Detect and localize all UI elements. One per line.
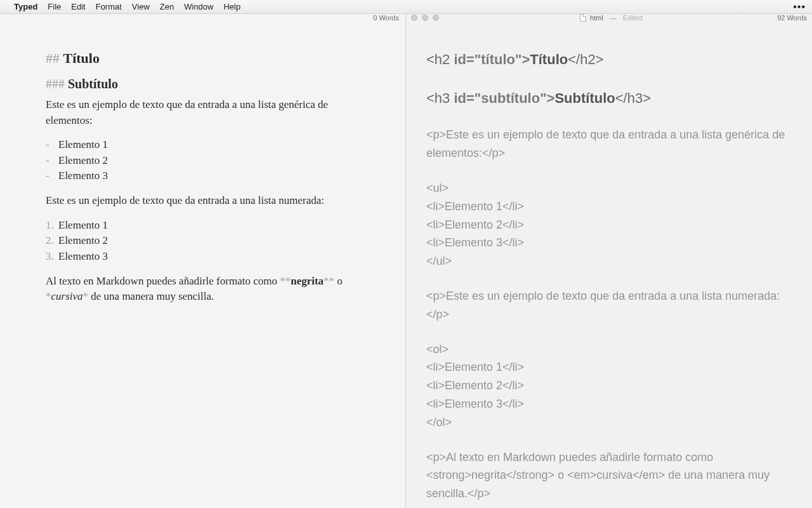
bullet-marker: - <box>46 137 55 153</box>
menu-zen[interactable]: Zen <box>160 2 174 11</box>
code-line: <h3 id="subtítulo">Subtítulo</h3> <box>426 87 799 109</box>
code-line: </ul> <box>426 252 799 271</box>
code-line: <li>Elemento 1</li> <box>426 197 799 216</box>
workspace: 0 Words ## Título ### Subtítulo Este es … <box>0 14 812 508</box>
bold-text: negrita <box>291 275 324 287</box>
list-item: 3.Elemento 3 <box>46 249 367 265</box>
title-separator: — <box>610 14 617 22</box>
number-marker: 2. <box>46 233 55 249</box>
list-item-text: Elemento 3 <box>58 168 108 184</box>
html-pane: html — Edited 92 Words <h2 id="título">T… <box>406 14 812 508</box>
code-blank <box>426 70 799 87</box>
code-attr: id="subtítulo"> <box>454 90 554 106</box>
list-item: 1.Elemento 1 <box>46 218 367 234</box>
code-line: <li>Elemento 1</li> <box>426 358 799 377</box>
code-text: Subtítulo <box>554 90 615 106</box>
document-icon <box>580 14 586 22</box>
zoom-icon[interactable] <box>433 15 439 21</box>
md-para2: Este es un ejemplo de texto que da entra… <box>46 193 367 209</box>
code-line: <p>Este es un ejemplo de texto que da en… <box>426 287 799 324</box>
italic-marker-close: * <box>83 290 89 302</box>
code-line: <li>Elemento 2</li> <box>426 377 799 395</box>
code-line: <ol> <box>426 340 799 359</box>
list-item: -Elemento 3 <box>46 168 367 184</box>
menu-file[interactable]: File <box>48 2 61 11</box>
menu-window[interactable]: Window <box>184 2 213 11</box>
bold-marker-open: ** <box>280 275 291 287</box>
code-tag: <h3 <box>426 90 454 106</box>
code-line: <li>Elemento 3</li> <box>426 234 799 252</box>
number-marker: 3. <box>46 249 55 265</box>
md-para3-mid: o <box>334 275 343 287</box>
list-item-text: Elemento 2 <box>58 153 108 169</box>
traffic-lights <box>411 15 439 21</box>
bold-marker-close: ** <box>324 275 334 287</box>
menubar-overflow-icon[interactable]: ••• <box>793 1 806 13</box>
md-ordered-list: 1.Elemento 1 2.Elemento 2 3.Elemento 3 <box>46 218 367 265</box>
code-blank <box>426 432 799 448</box>
list-item-text: Elemento 2 <box>58 233 108 249</box>
menu-format[interactable]: Format <box>96 2 122 11</box>
md-para3-post: de una manera muy sencilla. <box>88 290 214 302</box>
italic-marker-open: * <box>46 290 51 302</box>
close-icon[interactable] <box>411 15 417 21</box>
bullet-marker: - <box>46 168 55 184</box>
menubar: Typed File Edit Format View Zen Window H… <box>0 0 812 14</box>
left-word-count: 0 Words <box>373 14 399 22</box>
md-h2-text: Título <box>63 50 100 66</box>
md-h2-marker: ## <box>46 50 63 66</box>
md-bullet-list: -Elemento 1 -Elemento 2 -Elemento 3 <box>46 137 367 184</box>
menu-edit[interactable]: Edit <box>71 2 85 11</box>
code-line: </ol> <box>426 413 799 432</box>
md-para1: Este es un ejemplo de texto que da entra… <box>46 97 367 128</box>
code-attr: id="título"> <box>454 51 530 67</box>
code-tag: <h2 <box>426 51 454 67</box>
editor-statusbar: 0 Words <box>0 14 405 23</box>
menu-typed[interactable]: Typed <box>14 2 37 11</box>
list-item-text: Elemento 3 <box>58 249 108 265</box>
italic-text: cursiva <box>51 290 83 302</box>
code-line: <h2 id="título">Título</h2> <box>426 48 799 70</box>
code-line: <li>Elemento 3</li> <box>426 395 799 413</box>
editor-pane: 0 Words ## Título ### Subtítulo Este es … <box>0 14 406 508</box>
number-marker: 1. <box>46 218 55 234</box>
code-tag: </h2> <box>568 51 603 67</box>
list-item: -Elemento 1 <box>46 137 367 153</box>
code-blank <box>426 271 799 287</box>
md-h3: ### Subtítulo <box>46 75 367 93</box>
html-output[interactable]: <h2 id="título">Título</h2> <h3 id="subt… <box>406 23 812 508</box>
list-item: 2.Elemento 2 <box>46 233 367 249</box>
code-text: Título <box>530 51 568 67</box>
document-title: html <box>590 14 603 22</box>
code-blank <box>426 324 799 340</box>
bullet-marker: - <box>46 153 55 169</box>
code-blank <box>426 163 799 179</box>
code-line: <li>Elemento 2</li> <box>426 216 799 234</box>
md-para3-pre: Al texto en Markdown puedes añadirle for… <box>46 275 280 287</box>
minimize-icon[interactable] <box>422 15 428 21</box>
list-item: -Elemento 2 <box>46 153 367 169</box>
md-para3: Al texto en Markdown puedes añadirle for… <box>46 274 367 305</box>
titlebar: html — Edited 92 Words <box>406 14 812 23</box>
list-item-text: Elemento 1 <box>58 137 108 153</box>
edited-label: Edited <box>623 14 643 22</box>
code-blank <box>426 109 799 126</box>
menu-help[interactable]: Help <box>223 2 240 11</box>
menu-view[interactable]: View <box>132 2 150 11</box>
code-line: <p>Este es un ejemplo de texto que da en… <box>426 126 799 163</box>
md-h2: ## Título <box>46 48 367 69</box>
code-line: <ul> <box>426 179 799 197</box>
md-h3-marker: ### <box>46 77 68 91</box>
md-h3-text: Subtítulo <box>68 77 118 91</box>
right-word-count: 92 Words <box>777 14 807 22</box>
list-item-text: Elemento 1 <box>58 218 108 234</box>
code-line: <p>Al texto en Markdown puedes añadirle … <box>426 448 799 503</box>
markdown-editor[interactable]: ## Título ### Subtítulo Este es un ejemp… <box>0 23 405 508</box>
code-tag: </h3> <box>615 90 651 106</box>
